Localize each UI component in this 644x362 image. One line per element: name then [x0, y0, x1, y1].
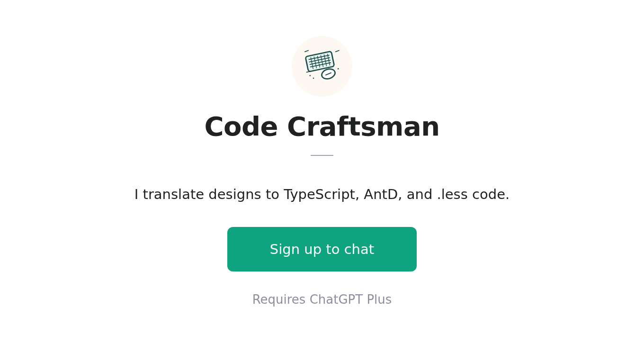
logo-circle — [292, 36, 352, 97]
svg-point-15 — [309, 75, 311, 76]
svg-point-17 — [338, 68, 339, 70]
svg-line-13 — [305, 51, 308, 52]
page-title: Code Craftsman — [204, 111, 439, 142]
divider — [311, 155, 333, 156]
svg-line-18 — [307, 72, 310, 72]
svg-line-14 — [336, 51, 339, 52]
signup-button[interactable]: Sign up to chat — [227, 227, 417, 272]
svg-point-16 — [313, 78, 314, 79]
keyboard-mouse-icon — [301, 44, 343, 89]
description-text: I translate designs to TypeScript, AntD,… — [134, 186, 510, 202]
requires-text: Requires ChatGPT Plus — [252, 292, 392, 307]
main-container: Code Craftsman I translate designs to Ty… — [134, 36, 510, 307]
